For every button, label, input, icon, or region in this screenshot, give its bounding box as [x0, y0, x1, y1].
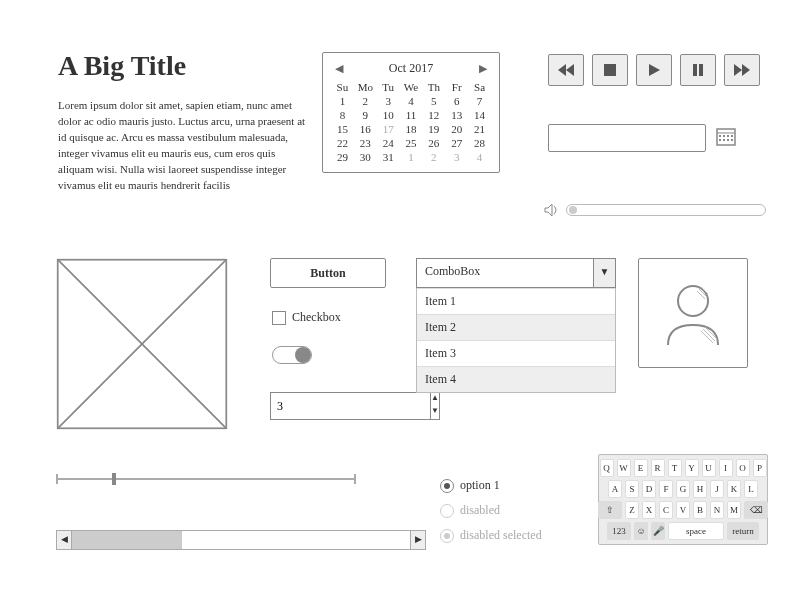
- date-picker-icon[interactable]: [716, 126, 736, 146]
- date-input[interactable]: [548, 124, 706, 152]
- button[interactable]: Button: [270, 258, 386, 288]
- list-item[interactable]: Item 2: [417, 314, 615, 340]
- radio-option[interactable]: option 1: [440, 478, 542, 493]
- keyboard-key[interactable]: L: [744, 480, 758, 498]
- spinner-up-icon[interactable]: ▲: [431, 393, 439, 406]
- keyboard-key[interactable]: C: [659, 501, 673, 519]
- keyboard-key[interactable]: T: [668, 459, 682, 477]
- keyboard-key[interactable]: 123: [607, 522, 631, 540]
- calendar-day[interactable]: 6: [445, 94, 468, 108]
- toggle-knob[interactable]: [295, 347, 311, 363]
- keyboard-key[interactable]: S: [625, 480, 639, 498]
- calendar-day[interactable]: 13: [445, 108, 468, 122]
- combobox-input[interactable]: ComboBox: [416, 258, 594, 288]
- calendar-day[interactable]: 23: [354, 136, 377, 150]
- keyboard-key[interactable]: P: [753, 459, 767, 477]
- calendar-day[interactable]: 22: [331, 136, 354, 150]
- keyboard-key[interactable]: 🎤: [651, 522, 665, 540]
- keyboard-key[interactable]: ☺: [634, 522, 648, 540]
- calendar-day[interactable]: 17: [377, 122, 400, 136]
- checkbox[interactable]: Checkbox: [272, 310, 341, 325]
- calendar-day[interactable]: 18: [400, 122, 423, 136]
- keyboard-key[interactable]: J: [710, 480, 724, 498]
- calendar-day[interactable]: 30: [354, 150, 377, 164]
- calendar-day[interactable]: 25: [400, 136, 423, 150]
- calendar-day[interactable]: 11: [400, 108, 423, 122]
- calendar-day[interactable]: 7: [468, 94, 491, 108]
- keyboard-key[interactable]: G: [676, 480, 690, 498]
- calendar-day[interactable]: 28: [468, 136, 491, 150]
- scroll-thumb[interactable]: [72, 531, 182, 549]
- calendar-day[interactable]: 4: [400, 94, 423, 108]
- keyboard-key[interactable]: X: [642, 501, 656, 519]
- list-item[interactable]: Item 4: [417, 366, 615, 392]
- scroll-right-icon[interactable]: ▶: [410, 530, 426, 550]
- calendar-prev-icon[interactable]: ◀: [335, 62, 343, 75]
- calendar-day[interactable]: 20: [445, 122, 468, 136]
- calendar-day[interactable]: 31: [377, 150, 400, 164]
- calendar-day[interactable]: 14: [468, 108, 491, 122]
- spinner-input[interactable]: [270, 392, 431, 420]
- volume-track[interactable]: [566, 204, 766, 216]
- list-item[interactable]: Item 3: [417, 340, 615, 366]
- calendar-day[interactable]: 5: [422, 94, 445, 108]
- horizontal-scrollbar[interactable]: ◀ ▶: [56, 530, 426, 550]
- volume-thumb[interactable]: [569, 206, 577, 214]
- keyboard-key[interactable]: Y: [685, 459, 699, 477]
- calendar-day[interactable]: 4: [468, 150, 491, 164]
- keyboard-key[interactable]: N: [710, 501, 724, 519]
- calendar-day[interactable]: 9: [354, 108, 377, 122]
- calendar-day[interactable]: 24: [377, 136, 400, 150]
- play-button[interactable]: [636, 54, 672, 86]
- keyboard-key[interactable]: H: [693, 480, 707, 498]
- calendar-day[interactable]: 10: [377, 108, 400, 122]
- keyboard-key[interactable]: return: [727, 522, 759, 540]
- radio-circle[interactable]: [440, 479, 454, 493]
- keyboard-key[interactable]: D: [642, 480, 656, 498]
- keyboard-key[interactable]: M: [727, 501, 741, 519]
- keyboard-key[interactable]: I: [719, 459, 733, 477]
- pause-button[interactable]: [680, 54, 716, 86]
- stop-button[interactable]: [592, 54, 628, 86]
- calendar-day[interactable]: 15: [331, 122, 354, 136]
- keyboard-key[interactable]: O: [736, 459, 750, 477]
- checkbox-box[interactable]: [272, 311, 286, 325]
- keyboard-key[interactable]: ⌫: [744, 501, 768, 519]
- calendar[interactable]: ◀ Oct 2017 ▶ SuMoTuWeThFrSa1234567891011…: [322, 52, 500, 173]
- spinner-down-icon[interactable]: ▼: [431, 406, 439, 419]
- calendar-day[interactable]: 19: [422, 122, 445, 136]
- keyboard-key[interactable]: K: [727, 480, 741, 498]
- volume-slider[interactable]: [544, 202, 766, 218]
- calendar-day[interactable]: 27: [445, 136, 468, 150]
- combobox-dropdown-icon[interactable]: ▼: [594, 258, 616, 288]
- keyboard-key[interactable]: R: [651, 459, 665, 477]
- calendar-day[interactable]: 8: [331, 108, 354, 122]
- range-slider[interactable]: [56, 478, 356, 480]
- calendar-day[interactable]: 12: [422, 108, 445, 122]
- calendar-day[interactable]: 1: [331, 94, 354, 108]
- scroll-left-icon[interactable]: ◀: [56, 530, 72, 550]
- keyboard-key[interactable]: F: [659, 480, 673, 498]
- keyboard-key[interactable]: Z: [625, 501, 639, 519]
- range-slider-thumb[interactable]: [112, 473, 116, 485]
- calendar-day[interactable]: 2: [422, 150, 445, 164]
- calendar-day[interactable]: 3: [445, 150, 468, 164]
- keyboard-key[interactable]: U: [702, 459, 716, 477]
- toggle-switch[interactable]: [272, 346, 312, 364]
- keyboard-key[interactable]: B: [693, 501, 707, 519]
- list-item[interactable]: Item 1: [417, 288, 615, 314]
- calendar-day[interactable]: 21: [468, 122, 491, 136]
- calendar-next-icon[interactable]: ▶: [479, 62, 487, 75]
- keyboard-key[interactable]: V: [676, 501, 690, 519]
- calendar-day[interactable]: 16: [354, 122, 377, 136]
- keyboard-key[interactable]: ⇧: [598, 501, 622, 519]
- keyboard-key[interactable]: Q: [600, 459, 614, 477]
- calendar-day[interactable]: 29: [331, 150, 354, 164]
- number-spinner[interactable]: ▲ ▼: [270, 392, 386, 420]
- rewind-button[interactable]: [548, 54, 584, 86]
- scroll-track[interactable]: [72, 530, 410, 550]
- forward-button[interactable]: [724, 54, 760, 86]
- calendar-day[interactable]: 3: [377, 94, 400, 108]
- keyboard-key[interactable]: space: [668, 522, 724, 540]
- calendar-day[interactable]: 1: [400, 150, 423, 164]
